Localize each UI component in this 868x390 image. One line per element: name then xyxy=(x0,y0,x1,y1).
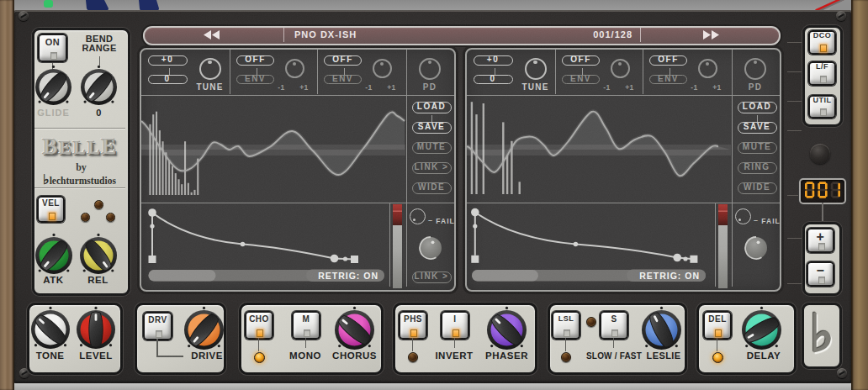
svg-text:RETRIG: ON: RETRIG: ON xyxy=(639,271,700,281)
svg-text:RETRIG: ON: RETRIG: ON xyxy=(318,271,378,281)
